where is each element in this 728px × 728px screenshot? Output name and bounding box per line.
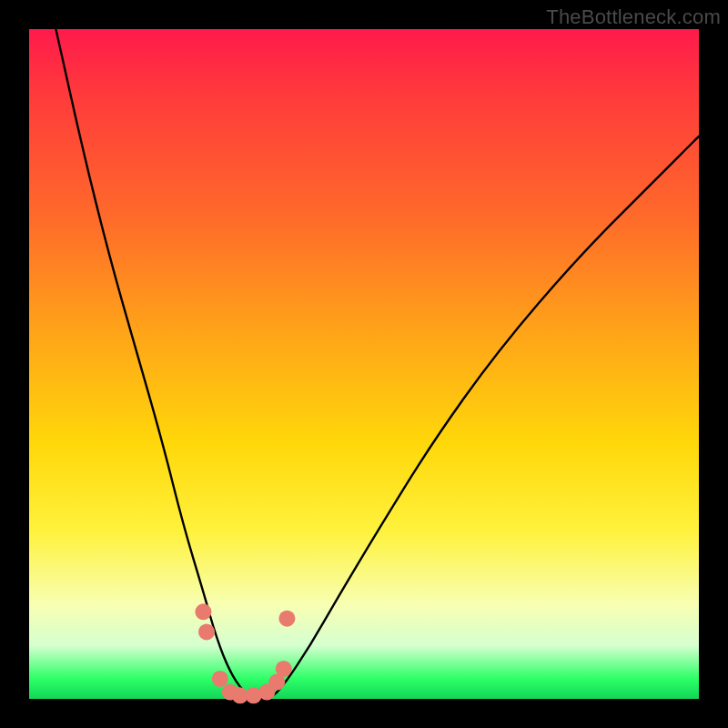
curve-marker [198,623,215,640]
chart-frame: TheBottleneck.com [0,0,728,728]
bottleneck-curve [56,29,699,699]
plot-area [29,29,699,699]
curve-marker [276,661,292,677]
curve-svg [29,29,699,699]
curve-marker [278,611,295,627]
curve-marker [212,671,228,687]
watermark-text: TheBottleneck.com [546,5,721,29]
curve-marker [195,603,211,620]
